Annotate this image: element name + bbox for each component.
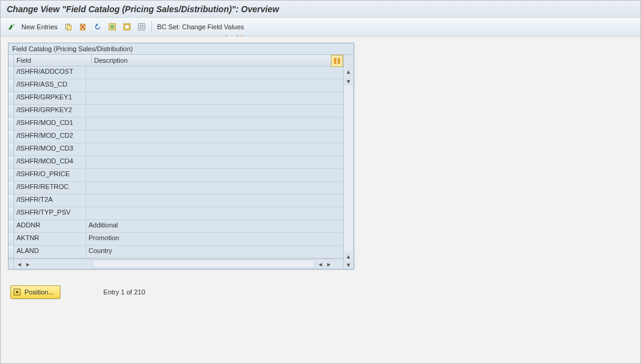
table-body-wrap: Field Description /ISHFR/ADDCOST/ISHFR/A… [9, 55, 343, 269]
table-row: AKTNRPromotion [9, 233, 343, 246]
col-header-description[interactable]: Description [92, 55, 343, 66]
row-selector[interactable] [9, 79, 14, 91]
cell-description[interactable] [86, 182, 343, 194]
cell-description[interactable]: Promotion [86, 233, 343, 245]
field-catalog-group: Field Catalog (Pricing Sales/Distributio… [8, 43, 354, 269]
row-selector[interactable] [9, 182, 14, 194]
footer: Position... Entry 1 of 210 [8, 285, 640, 299]
cell-field[interactable]: /ISHFR/GRPKEY1 [14, 92, 86, 104]
table-settings-icon[interactable] [136, 21, 148, 33]
table-row: /ISHFR/TYP_PSV [9, 207, 343, 220]
table-row: /ISHFR/MOD_CD4 [9, 156, 343, 169]
undo-icon[interactable] [92, 21, 104, 33]
table-row: /ISHFR/GRPKEY1 [9, 92, 343, 105]
cell-field[interactable]: /ISHFR/T2A [14, 194, 86, 207]
vscroll-track[interactable] [344, 85, 353, 252]
delete-icon[interactable] [77, 21, 89, 33]
row-selector[interactable] [9, 66, 14, 79]
cell-field[interactable]: /ISHFR/MOD_CD2 [14, 130, 86, 143]
row-selector[interactable] [9, 220, 14, 232]
cell-field[interactable]: /ISHFR/ADDCOST [14, 66, 86, 79]
cell-description[interactable] [86, 105, 343, 117]
group-caption: Field Catalog (Pricing Sales/Distributio… [9, 43, 353, 55]
work-area: Field Catalog (Pricing Sales/Distributio… [1, 37, 640, 299]
hscroll-left2-icon[interactable]: ◂ [316, 260, 325, 268]
hscroll-right-icon[interactable]: ▸ [24, 260, 32, 268]
svg-rect-8 [125, 25, 129, 29]
row-selector-header[interactable] [9, 55, 14, 66]
cell-description[interactable] [86, 79, 343, 91]
svg-rect-17 [16, 291, 18, 293]
vscroll-down2-icon[interactable]: ▴ [344, 252, 353, 260]
row-selector[interactable] [9, 169, 14, 181]
row-selector[interactable] [9, 156, 14, 168]
cell-field[interactable]: AKTNR [14, 233, 86, 245]
row-selector[interactable] [9, 246, 14, 258]
row-selector[interactable] [9, 92, 14, 104]
position-button-label: Position... [24, 288, 54, 296]
cell-field[interactable]: ALAND [14, 246, 86, 258]
table-row: /ISHFR/ASS_CD [9, 79, 343, 92]
cell-field[interactable]: /ISHFR/MOD_CD3 [14, 143, 86, 155]
row-selector[interactable] [9, 207, 14, 219]
position-icon [13, 288, 21, 296]
copy-as-icon[interactable] [62, 21, 74, 33]
new-entries-button[interactable]: New Entries [20, 23, 60, 30]
select-all-icon[interactable] [106, 21, 118, 33]
svg-rect-15 [338, 58, 340, 64]
table-row: /ISHFR/MOD_CD1 [9, 118, 343, 130]
vscroll-down-icon[interactable]: ▾ [344, 260, 353, 269]
hscroll-right2-icon[interactable]: ▸ [325, 260, 333, 268]
entry-counter: Entry 1 of 210 [103, 288, 145, 296]
cell-field[interactable]: /ISHFR/ASS_CD [14, 79, 86, 91]
cell-description[interactable] [86, 169, 343, 181]
cell-description[interactable] [86, 143, 343, 155]
row-selector[interactable] [9, 130, 14, 143]
row-selector[interactable] [9, 233, 14, 245]
hscroll-left-icon[interactable]: ◂ [15, 260, 24, 268]
position-button[interactable]: Position... [10, 285, 60, 299]
cell-description[interactable] [86, 118, 343, 130]
table-row: /ISHFR/T2A [9, 194, 343, 207]
hscroll: ◂ ▸ ◂ ▸ [9, 259, 343, 269]
toolbar-separator [151, 21, 152, 32]
row-selector[interactable] [9, 143, 14, 155]
table-row: /ISHFR/ADDCOST [9, 66, 343, 79]
cell-field[interactable]: /ISHFR/TYP_PSV [14, 207, 86, 219]
table-row: ADDNRAdditional [9, 220, 343, 233]
other-view-icon[interactable] [5, 21, 18, 33]
cell-description[interactable] [86, 194, 343, 207]
table-row: ALANDCountry [9, 246, 343, 259]
col-header-field[interactable]: Field [14, 55, 92, 66]
cell-description[interactable] [86, 156, 343, 168]
cell-description[interactable]: Country [86, 246, 343, 258]
cell-field[interactable]: /ISHFR/O_PRICE [14, 169, 86, 181]
cell-description[interactable]: Additional [86, 220, 343, 232]
table-row: /ISHFR/MOD_CD2 [9, 130, 343, 143]
table-row: /ISHFR/RETROC [9, 182, 343, 194]
cell-field[interactable]: ADDNR [14, 220, 86, 232]
row-selector[interactable] [9, 194, 14, 207]
table-row: /ISHFR/O_PRICE [9, 169, 343, 182]
table-row: /ISHFR/GRPKEY2 [9, 105, 343, 118]
table-rows: /ISHFR/ADDCOST/ISHFR/ASS_CD/ISHFR/GRPKEY… [9, 66, 343, 259]
cell-description[interactable] [86, 66, 343, 79]
cell-field[interactable]: /ISHFR/RETROC [14, 182, 86, 194]
cell-description[interactable] [86, 92, 343, 104]
bc-set-button[interactable]: BC Set: Change Field Values [156, 23, 246, 30]
cell-description[interactable] [86, 130, 343, 143]
deselect-all-icon[interactable] [121, 21, 133, 33]
configure-columns-icon[interactable] [331, 55, 343, 67]
row-selector[interactable] [9, 105, 14, 117]
svg-rect-9 [139, 24, 145, 30]
cell-field[interactable]: /ISHFR/MOD_CD1 [14, 118, 86, 130]
row-selector[interactable] [9, 118, 14, 130]
cell-field[interactable]: /ISHFR/MOD_CD4 [14, 156, 86, 168]
hscroll-track[interactable] [93, 260, 315, 268]
vscroll-up-icon[interactable]: ▴ [344, 67, 353, 76]
vscroll: ▴ ▾ ▴ ▾ [343, 55, 353, 269]
cell-field[interactable]: /ISHFR/GRPKEY2 [14, 105, 86, 117]
vscroll-up2-icon[interactable]: ▾ [344, 77, 353, 85]
cell-description[interactable] [86, 207, 343, 219]
table-control: Field Description /ISHFR/ADDCOST/ISHFR/A… [9, 55, 353, 269]
